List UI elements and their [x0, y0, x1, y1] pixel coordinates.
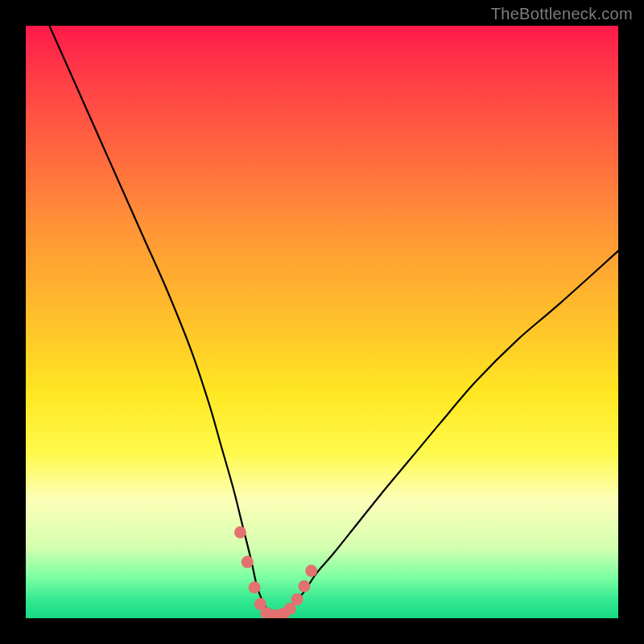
highlight-dot: [305, 565, 317, 577]
chart-svg: [26, 26, 618, 618]
highlight-dot: [234, 526, 246, 539]
highlight-dot: [242, 556, 254, 568]
watermark-label: TheBottleneck.com: [491, 5, 633, 23]
highlight-dot: [298, 580, 310, 592]
highlight-dot: [249, 581, 261, 593]
highlight-dot: [291, 593, 303, 605]
chart-frame: TheBottleneck.com: [0, 0, 644, 644]
plot-area: [26, 26, 618, 618]
bottleneck-curve-line: [49, 26, 618, 616]
